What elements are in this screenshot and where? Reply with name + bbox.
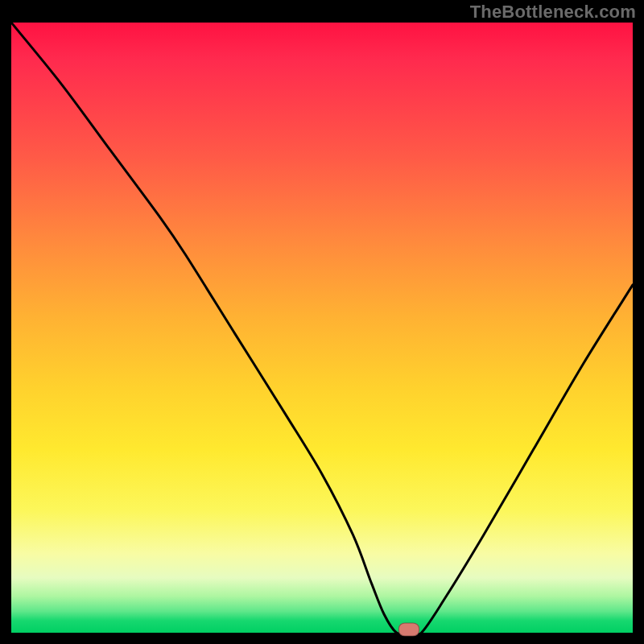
chart-frame: TheBottleneck.com xyxy=(0,0,644,644)
watermark-text: TheBottleneck.com xyxy=(470,2,636,23)
bottleneck-curve xyxy=(11,23,633,633)
plot-area xyxy=(11,23,633,633)
optimal-marker xyxy=(398,623,419,637)
